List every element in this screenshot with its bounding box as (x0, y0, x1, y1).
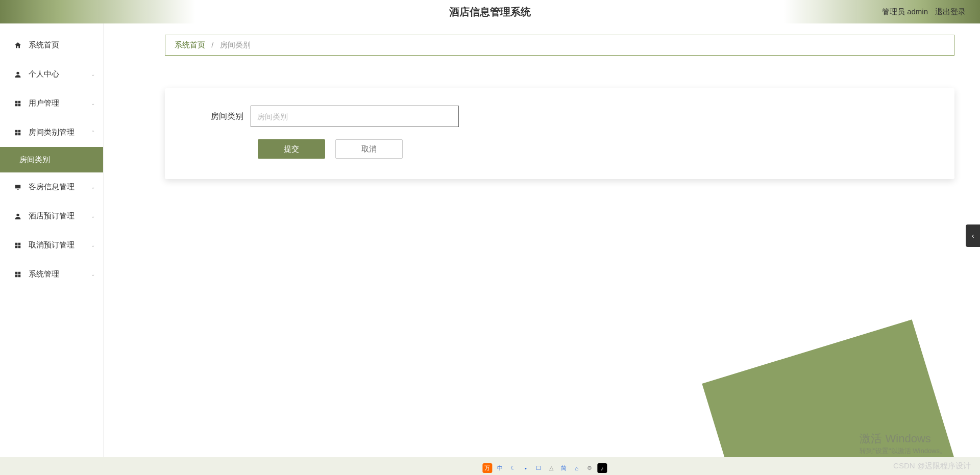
breadcrumb-home[interactable]: 系统首页 (175, 40, 205, 49)
sidebar-item-room-info[interactable]: 客房信息管理 ⌄ (0, 172, 103, 202)
chevron-down-icon: ⌄ (91, 213, 95, 219)
grid-icon (13, 241, 22, 250)
chevron-left-icon: ‹ (972, 232, 974, 240)
sidebar-item-cancel-booking[interactable]: 取消预订管理 ⌄ (0, 231, 103, 260)
svg-rect-16 (15, 271, 18, 274)
chevron-down-icon: ⌄ (91, 184, 95, 190)
svg-rect-19 (18, 274, 21, 277)
form-label: 房间类别 (185, 111, 251, 122)
tray-icon[interactable]: ⚙ (584, 463, 594, 473)
tray-icon[interactable]: ⌂ (572, 463, 581, 473)
chevron-down-icon: ⌄ (91, 101, 95, 106)
ime-tray: 万 中 ☾ • ☐ △ 简 ⌂ ⚙ ♪ (482, 463, 607, 473)
grid-icon (13, 270, 22, 279)
tray-icon[interactable]: ☾ (508, 463, 518, 473)
sidebar-item-room-category[interactable]: 房间类别管理 ⌃ (0, 118, 103, 147)
chevron-up-icon: ⌃ (91, 130, 95, 135)
svg-rect-6 (18, 130, 21, 132)
room-category-input[interactable] (251, 106, 459, 127)
svg-point-11 (16, 213, 19, 216)
monitor-icon (13, 183, 22, 192)
svg-rect-9 (15, 185, 21, 188)
app-header: 酒店信息管理系统 管理员 admin 退出登录 (0, 0, 980, 23)
sidebar-label: 用户管理 (29, 98, 59, 108)
breadcrumb: 系统首页 / 房间类别 (165, 35, 954, 56)
sidebar-label: 房间类别管理 (29, 128, 75, 137)
tray-icon[interactable]: △ (546, 463, 556, 473)
svg-rect-12 (15, 242, 18, 245)
tray-icon[interactable]: ♪ (597, 463, 607, 473)
grid-icon (13, 128, 22, 137)
logout-link[interactable]: 退出登录 (935, 7, 966, 17)
breadcrumb-current: 房间类别 (220, 40, 251, 49)
sidebar-item-profile[interactable]: 个人中心 ⌄ (0, 60, 103, 89)
svg-rect-3 (15, 104, 18, 106)
svg-rect-2 (18, 101, 21, 103)
sidebar-item-system[interactable]: 系统管理 ⌄ (0, 260, 103, 289)
svg-rect-13 (18, 242, 21, 245)
sidebar-item-home[interactable]: 系统首页 (0, 31, 103, 60)
svg-point-0 (16, 71, 19, 74)
sidebar-sub-label: 房间类别 (19, 155, 50, 165)
submit-button[interactable]: 提交 (258, 139, 325, 159)
svg-rect-15 (18, 245, 21, 248)
sidebar-item-booking[interactable]: 酒店预订管理 ⌄ (0, 202, 103, 231)
chevron-down-icon: ⌄ (91, 271, 95, 277)
sidebar-sub-room-category[interactable]: 房间类别 (0, 147, 103, 172)
person-icon (13, 70, 22, 79)
svg-rect-5 (15, 130, 18, 132)
cancel-button[interactable]: 取消 (335, 139, 403, 159)
drawer-toggle[interactable]: ‹ (966, 224, 980, 247)
form-card: 房间类别 提交 取消 (165, 88, 954, 179)
sidebar-label: 客房信息管理 (29, 182, 75, 192)
form-row-category: 房间类别 (185, 106, 934, 127)
home-icon (13, 41, 22, 50)
tray-icon[interactable]: • (521, 463, 530, 473)
header-right: 管理员 admin 退出登录 (882, 0, 966, 23)
svg-rect-18 (15, 274, 18, 277)
person-icon (13, 212, 22, 221)
sidebar: 系统首页 个人中心 ⌄ 用户管理 ⌄ 房间类别管理 ⌃ 房间类别 客房信息管理 … (0, 23, 104, 475)
chevron-down-icon: ⌄ (91, 242, 95, 248)
sidebar-label: 系统管理 (29, 269, 59, 279)
tray-icon[interactable]: ☐ (533, 463, 543, 473)
svg-rect-17 (18, 271, 21, 274)
tray-icon[interactable]: 万 (482, 463, 492, 473)
button-row: 提交 取消 (185, 139, 934, 159)
svg-rect-14 (15, 245, 18, 248)
svg-rect-10 (17, 189, 19, 189)
sidebar-label: 系统首页 (29, 40, 59, 50)
sidebar-label: 取消预订管理 (29, 240, 75, 250)
breadcrumb-separator: / (211, 40, 213, 49)
sidebar-label: 个人中心 (29, 69, 59, 79)
tray-icon[interactable]: 简 (559, 463, 569, 473)
sidebar-label: 酒店预订管理 (29, 211, 75, 221)
svg-rect-4 (18, 104, 21, 106)
tray-icon[interactable]: 中 (495, 463, 505, 473)
svg-rect-8 (18, 133, 21, 135)
svg-rect-7 (15, 133, 18, 135)
chevron-down-icon: ⌄ (91, 71, 95, 77)
grid-icon (13, 99, 22, 108)
role-label[interactable]: 管理员 admin (882, 7, 928, 17)
app-title: 酒店信息管理系统 (449, 5, 531, 19)
sidebar-item-users[interactable]: 用户管理 ⌄ (0, 89, 103, 118)
svg-rect-1 (15, 101, 18, 103)
